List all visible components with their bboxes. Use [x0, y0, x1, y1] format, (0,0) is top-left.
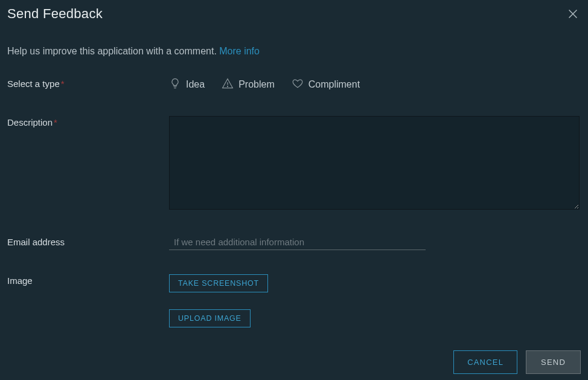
dialog-actions: CANCEL SEND: [453, 350, 581, 374]
send-button[interactable]: SEND: [526, 350, 581, 374]
type-idea-label: Idea: [186, 79, 205, 90]
type-compliment[interactable]: Compliment: [292, 77, 360, 92]
required-marker: *: [54, 117, 57, 127]
email-label: Email address: [7, 236, 169, 247]
svg-point-3: [228, 86, 228, 87]
type-problem-label: Problem: [238, 79, 275, 90]
close-button[interactable]: [566, 7, 580, 21]
cancel-button[interactable]: CANCEL: [453, 350, 517, 374]
image-label: Image: [7, 274, 169, 286]
type-idea[interactable]: Idea: [169, 77, 205, 92]
description-textarea[interactable]: [169, 116, 580, 210]
more-info-link[interactable]: More info: [219, 46, 260, 56]
type-compliment-label: Compliment: [308, 79, 360, 90]
help-text: Help us improve this application with a …: [7, 46, 581, 57]
close-icon: [566, 13, 580, 22]
help-text-content: Help us improve this application with a …: [7, 46, 219, 56]
upload-image-button[interactable]: UPLOAD IMAGE: [169, 309, 251, 327]
select-type-label: Select a type*: [7, 77, 169, 89]
dialog-title: Send Feedback: [7, 6, 581, 22]
required-marker: *: [61, 79, 65, 89]
description-label: Description*: [7, 116, 169, 127]
heart-icon: [292, 77, 304, 92]
type-problem[interactable]: Problem: [222, 77, 275, 92]
take-screenshot-button[interactable]: TAKE SCREENSHOT: [169, 274, 268, 292]
warning-icon: [222, 77, 234, 92]
lightbulb-icon: [169, 77, 181, 92]
email-field[interactable]: [169, 236, 426, 250]
